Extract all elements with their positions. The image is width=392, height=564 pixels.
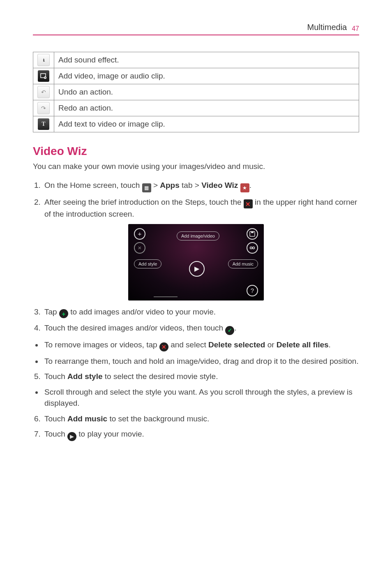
step-3: Tap + to add images and/or video to your… (43, 306, 359, 319)
bullet-remove: To remove images or videos, tap ✕ and se… (43, 339, 359, 351)
step-7: Touch ▶ to play your movie. (43, 428, 359, 441)
delete-x-icon: ✕ (159, 342, 168, 351)
intro-paragraph: You can make your own movie using your i… (33, 161, 359, 172)
add-plus-icon: + (59, 309, 68, 318)
text: or (265, 340, 276, 349)
table-cell-text: Undo an action. (54, 84, 359, 100)
table-row: ↷ Redo an action. (33, 100, 359, 116)
step-1: On the Home screen, touch ▦ > Apps tab >… (43, 180, 359, 192)
ss-add-icon: + (134, 228, 145, 240)
text: to add images and/or video to your movie… (68, 307, 216, 316)
ss-edit-icon (247, 242, 258, 254)
svg-point-6 (253, 247, 255, 249)
text: . (249, 181, 251, 190)
page-header: Multimedia 47 (33, 23, 359, 35)
ss-delete-icon: × (134, 242, 145, 254)
ss-save-icon (247, 228, 258, 240)
ss-play-icon: ▶ (189, 261, 205, 277)
bullet-rearrange: To rearrange them, touch and hold an ima… (43, 356, 359, 367)
text: After seeing the brief introduction on t… (44, 198, 244, 206)
table-cell-text: Redo an action. (54, 100, 359, 116)
table-cell-text: Add video, image or audio clip. (54, 68, 359, 84)
svg-rect-2 (45, 77, 46, 78)
text: Touch the desired images and/or videos, … (44, 324, 225, 332)
text: Tap (44, 307, 59, 316)
apps-grid-icon: ▦ (142, 183, 151, 192)
add-clip-icon (38, 70, 49, 82)
svg-point-5 (250, 247, 252, 249)
table-row: Add video, image or audio clip. (33, 68, 359, 84)
page-number: 47 (352, 25, 359, 32)
step-2: After seeing the brief introduction on t… (43, 196, 359, 220)
text: to set the background music. (107, 414, 209, 423)
text: To remove images or videos, tap (44, 340, 159, 349)
text: . (234, 324, 236, 332)
step-5: Touch Add style to select the desired mo… (43, 371, 359, 382)
table-cell-text: Add sound effect. (54, 52, 359, 68)
video-wiz-label: Video Wiz (201, 181, 238, 190)
text: tab > (180, 181, 201, 190)
redo-icon: ↷ (37, 102, 50, 114)
text: Touch (44, 414, 67, 423)
add-text-icon: T (38, 118, 49, 130)
table-row: ılı. Add sound effect. (33, 52, 359, 68)
text: On the Home screen, touch (44, 181, 142, 190)
add-music-label: Add music (67, 414, 107, 423)
play-icon: ▶ (67, 432, 76, 441)
video-wiz-screenshot: + × ? Add image/video Add style Add musi… (128, 224, 264, 300)
delete-selected-label: Delete selected (208, 340, 265, 349)
svg-rect-4 (251, 231, 254, 233)
text: to play your movie. (76, 430, 144, 438)
add-style-label: Add style (67, 372, 103, 381)
ss-help-icon: ? (247, 285, 258, 296)
bullet-scroll-style: Scroll through and select the style you … (43, 386, 359, 409)
section-heading: Video Wiz (33, 145, 359, 158)
table-row: ↶ Undo an action. (33, 84, 359, 100)
undo-icon: ↶ (37, 86, 50, 98)
step-6: Touch Add music to set the background mu… (43, 413, 359, 425)
text: > (151, 181, 160, 190)
section-name: Multimedia (307, 23, 347, 32)
video-wiz-icon: ★ (240, 183, 249, 192)
delete-all-files-label: Delete all files (277, 340, 329, 349)
close-x-icon: ✕ (244, 199, 253, 208)
table-row: T Add text to video or image clip. (33, 116, 359, 132)
table-cell-text: Add text to video or image clip. (54, 116, 359, 132)
text: Touch (44, 430, 67, 438)
sound-effect-icon: ılı. (37, 54, 50, 66)
text: to select the desired movie style. (103, 372, 218, 381)
step-4: Touch the desired images and/or videos, … (43, 322, 359, 335)
icon-legend-table: ılı. Add sound effect. Add video, image … (33, 52, 359, 132)
checkmark-icon: ✓ (225, 326, 234, 335)
text: . (329, 340, 331, 349)
text (238, 181, 240, 190)
text: Touch (44, 372, 67, 381)
ss-add-image-video-label: Add image/video (177, 231, 219, 240)
ss-add-music-label: Add music (228, 259, 258, 268)
ss-add-style-label: Add style (134, 259, 161, 268)
ss-progress-bar (154, 296, 178, 297)
apps-label: Apps (160, 181, 180, 190)
text: and select (168, 340, 208, 349)
